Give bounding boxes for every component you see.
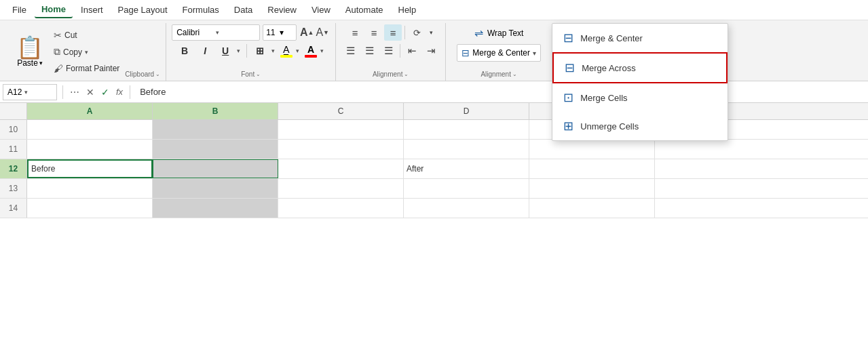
cell-a14[interactable] bbox=[27, 199, 153, 218]
menu-item-review[interactable]: Review bbox=[261, 2, 303, 18]
paste-dropdown-arrow[interactable]: ▾ bbox=[39, 60, 43, 66]
cell-a12[interactable]: Before bbox=[27, 159, 153, 178]
merge-center-dropdown-arrow[interactable]: ▾ bbox=[533, 49, 536, 57]
merge-across-option[interactable]: ⊟ Merge Across bbox=[552, 52, 728, 83]
cell-a10[interactable] bbox=[27, 120, 153, 139]
bold-button[interactable]: B bbox=[176, 43, 193, 59]
scissors-icon: ✂ bbox=[54, 30, 62, 41]
cell-a13[interactable] bbox=[27, 179, 153, 198]
formula-bar: A12 ▾ ⋯ ✕ ✓ fx Before bbox=[0, 81, 868, 103]
wrap-text-button[interactable]: ⇌ Wrap Text bbox=[470, 24, 528, 41]
cell-e14[interactable] bbox=[529, 199, 655, 218]
cell-e13[interactable] bbox=[529, 179, 655, 198]
copy-dropdown-arrow[interactable]: ▾ bbox=[85, 49, 88, 56]
underline-dropdown-arrow[interactable]: ▾ bbox=[234, 43, 242, 59]
merge-group-content: ⇌ Wrap Text ⊟ Merge & Center ▾ bbox=[451, 24, 546, 70]
orientation-dropdown-arrow[interactable]: ▾ bbox=[427, 24, 435, 41]
align-bottom-button[interactable]: ≡ bbox=[384, 24, 402, 41]
menu-item-formulas[interactable]: Formulas bbox=[176, 2, 226, 18]
cell-b11[interactable] bbox=[153, 140, 278, 159]
cell-ref-arrow[interactable]: ▾ bbox=[24, 89, 28, 96]
format-painter-button[interactable]: 🖌 Format Painter bbox=[51, 62, 122, 75]
copy-button[interactable]: ⧉ Copy ▾ bbox=[51, 45, 122, 59]
menu-item-page-layout[interactable]: Page Layout bbox=[111, 2, 174, 18]
fx-label[interactable]: fx bbox=[115, 85, 124, 98]
font-color-button[interactable]: A bbox=[304, 43, 318, 58]
decrease-indent-button[interactable]: ⇤ bbox=[403, 43, 421, 59]
font-name-arrow: ▾ bbox=[216, 29, 255, 36]
cut-button[interactable]: ✂ Cut bbox=[51, 28, 122, 42]
merge-center-dd-icon: ⊟ bbox=[563, 31, 573, 45]
cell-d14[interactable] bbox=[404, 199, 529, 218]
confirm-formula-button[interactable]: ✓ bbox=[100, 85, 111, 99]
spreadsheet: A B C D E 10 11 12 Before After 13 bbox=[0, 103, 868, 218]
align-middle-button[interactable]: ≡ bbox=[365, 24, 383, 41]
borders-button[interactable]: ⊞ bbox=[251, 43, 269, 59]
merge-cells-option[interactable]: ⊡ Merge Cells bbox=[552, 83, 728, 112]
cell-c12[interactable] bbox=[278, 159, 404, 178]
orientation-button[interactable]: ⟳ bbox=[408, 24, 426, 41]
align-left-button[interactable]: ☰ bbox=[341, 43, 359, 59]
cell-c13[interactable] bbox=[278, 179, 404, 198]
cell-e12[interactable] bbox=[529, 159, 655, 178]
highlight-button[interactable]: A̲ bbox=[280, 43, 293, 58]
paste-button[interactable]: 📋 Paste ▾ bbox=[11, 34, 49, 70]
increase-indent-button[interactable]: ⇥ bbox=[422, 43, 440, 59]
merge-center-label: Merge & Center bbox=[472, 48, 530, 58]
cell-d10[interactable] bbox=[404, 120, 529, 139]
column-header-c[interactable]: C bbox=[278, 103, 404, 119]
column-header-b[interactable]: B bbox=[153, 103, 278, 119]
cell-d13[interactable] bbox=[404, 179, 529, 198]
cell-d11[interactable] bbox=[404, 140, 529, 159]
font-color-dropdown-arrow[interactable]: ▾ bbox=[318, 43, 326, 59]
merge-across-option-label: Merge Across bbox=[582, 63, 635, 73]
increase-font-size-button[interactable]: A▲ bbox=[299, 25, 314, 40]
font-size-dropdown[interactable]: 11 ▾ bbox=[263, 24, 297, 41]
cancel-formula-button[interactable]: ✕ bbox=[85, 85, 96, 99]
formula-separator-1 bbox=[62, 85, 63, 99]
cell-a11[interactable] bbox=[27, 140, 153, 159]
menu-item-home[interactable]: Home bbox=[35, 1, 73, 18]
cell-d12[interactable]: After bbox=[404, 159, 529, 178]
table-row: 12 Before After bbox=[0, 159, 868, 179]
underline-button[interactable]: U bbox=[216, 43, 234, 59]
cell-b10[interactable] bbox=[153, 120, 278, 139]
cell-b14[interactable] bbox=[153, 199, 278, 218]
formula-input[interactable]: Before bbox=[136, 85, 865, 98]
cell-c10[interactable] bbox=[278, 120, 404, 139]
menu-item-view[interactable]: View bbox=[305, 2, 337, 18]
cell-c11[interactable] bbox=[278, 140, 404, 159]
align-top-button[interactable]: ≡ bbox=[346, 24, 364, 41]
cell-c14[interactable] bbox=[278, 199, 404, 218]
menu-item-automate[interactable]: Automate bbox=[339, 2, 390, 18]
column-header-d[interactable]: D bbox=[404, 103, 529, 119]
merge-center-button[interactable]: ⊟ Merge & Center ▾ bbox=[457, 44, 541, 62]
formula-bar-dots[interactable]: ⋯ bbox=[69, 85, 81, 99]
cell-reference-box[interactable]: A12 ▾ bbox=[3, 84, 57, 100]
borders-button-wrapper: ⊞ ▾ bbox=[251, 43, 277, 59]
align-right-button[interactable]: ☰ bbox=[379, 43, 397, 59]
italic-button[interactable]: I bbox=[196, 43, 214, 59]
highlight-dropdown-arrow[interactable]: ▾ bbox=[293, 43, 301, 59]
font-expand-icon[interactable]: ⌄ bbox=[256, 71, 261, 77]
cell-b12[interactable] bbox=[153, 159, 278, 178]
menu-item-help[interactable]: Help bbox=[392, 2, 423, 18]
cell-b13[interactable] bbox=[153, 179, 278, 198]
merge-center-option[interactable]: ⊟ Merge & Center bbox=[552, 24, 728, 52]
alignment-expand-icon[interactable]: ⌄ bbox=[404, 71, 409, 77]
unmerge-cells-option[interactable]: ⊞ Unmerge Cells bbox=[552, 112, 728, 140]
menu-item-file[interactable]: File bbox=[5, 2, 33, 18]
align-center-button[interactable]: ☰ bbox=[360, 43, 378, 59]
cell-e11[interactable] bbox=[529, 140, 655, 159]
menu-item-data[interactable]: Data bbox=[227, 2, 259, 18]
formula-separator-2 bbox=[130, 85, 130, 99]
font-name-dropdown[interactable]: Calibri ▾ bbox=[172, 24, 260, 41]
font-color-indicator bbox=[305, 55, 317, 58]
row-number-10: 10 bbox=[0, 120, 27, 139]
menu-item-insert[interactable]: Insert bbox=[74, 2, 110, 18]
decrease-font-size-button[interactable]: A▼ bbox=[315, 25, 330, 40]
merge-expand-icon[interactable]: ⌄ bbox=[512, 71, 517, 77]
borders-dropdown-arrow[interactable]: ▾ bbox=[269, 43, 277, 59]
clipboard-expand-icon[interactable]: ⌄ bbox=[155, 71, 160, 77]
column-header-a[interactable]: A bbox=[27, 103, 153, 119]
